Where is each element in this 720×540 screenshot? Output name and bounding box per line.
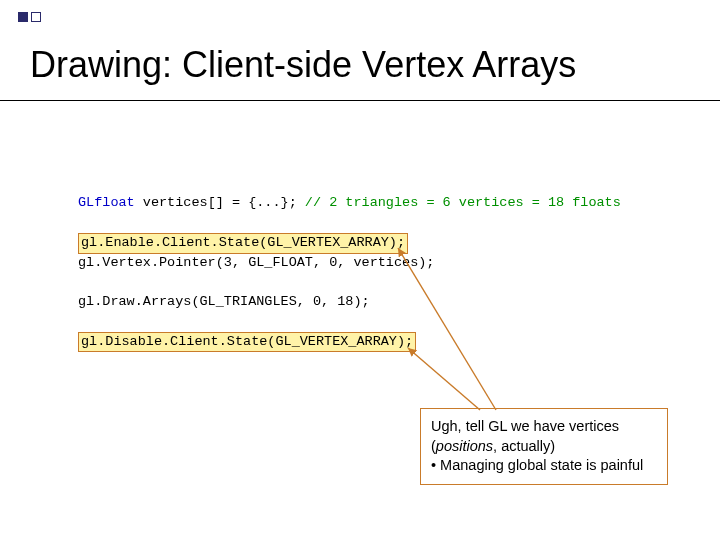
code-text: gl.Vertex.Pointer(3, GL_FLOAT, 0, vertic… (78, 255, 434, 270)
code-text: gl.Draw.Arrays(GL_TRIANGLES, 0, 18); (78, 294, 370, 309)
callout-italic: positions (436, 438, 493, 454)
code-comment: // 2 triangles = 6 vertices = 18 floats (305, 195, 621, 210)
code-block: GLfloat vertices[] = {...}; // 2 triangl… (78, 194, 638, 372)
code-group: gl.Enable.Client.State(GL_VERTEX_ARRAY);… (78, 233, 638, 273)
code-line: gl.Draw.Arrays(GL_TRIANGLES, 0, 18); (78, 293, 638, 312)
highlighted-code-disable: gl.Disable.Client.State(GL_VERTEX_ARRAY)… (78, 332, 416, 353)
square-icon (31, 12, 41, 22)
callout-text: Ugh, tell GL we have vertices (431, 418, 619, 434)
slide-title: Drawing: Client-side Vertex Arrays (30, 44, 576, 86)
code-group: gl.Disable.Client.State(GL_VERTEX_ARRAY)… (78, 332, 638, 353)
highlighted-code-enable: gl.Enable.Client.State(GL_VERTEX_ARRAY); (78, 233, 408, 254)
callout-text: • Managing global state is painful (431, 457, 643, 473)
code-keyword: GLfloat (78, 195, 135, 210)
code-line: GLfloat vertices[] = {...}; // 2 triangl… (78, 194, 638, 213)
code-text: vertices[] = {...}; (135, 195, 305, 210)
corner-decoration (18, 12, 41, 22)
callout-text: , actually) (493, 438, 555, 454)
annotation-callout: Ugh, tell GL we have vertices (positions… (420, 408, 668, 485)
square-icon (18, 12, 28, 22)
title-divider (0, 100, 720, 101)
